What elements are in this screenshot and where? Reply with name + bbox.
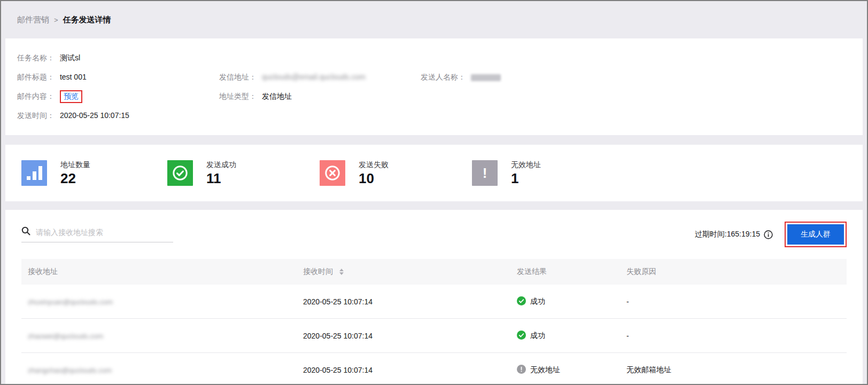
task-name-value: 测试sl xyxy=(60,53,80,62)
receive-time: 2020-05-25 10:07:14 xyxy=(297,353,510,385)
header-recipient-address: 接收地址 xyxy=(21,259,297,285)
success-icon xyxy=(517,331,526,341)
table-header-row: 接收地址 接收时间 发送结果 失败原因 xyxy=(21,259,847,285)
send-time-label: 发送时间： xyxy=(17,111,55,120)
breadcrumb-separator: > xyxy=(54,16,58,24)
recipients-table: 接收地址 接收时间 发送结果 失败原因 zhuxinyuan@quclouds.… xyxy=(21,259,847,385)
sender-name-label: 发送人名称： xyxy=(421,73,466,81)
header-receive-time[interactable]: 接收时间 xyxy=(297,259,510,285)
send-time-value: 2020-05-25 10:07:15 xyxy=(60,111,129,120)
stat-invalid-address: ! 无效地址 1 xyxy=(472,160,624,186)
stat-label: 发送成功 xyxy=(206,160,236,170)
x-circle-icon xyxy=(320,160,345,186)
recipient-address: zhangchao@quclouds.com xyxy=(28,366,112,374)
receive-time: 2020-05-25 10:07:14 xyxy=(297,285,510,319)
header-send-result: 发送结果 xyxy=(510,259,620,285)
bar-chart-icon xyxy=(21,160,47,186)
stat-label: 无效地址 xyxy=(511,160,541,170)
recipients-panel: 过期时间:165:19:15 生成人群 接收地址 接收时间 发送结果 失败原因 xyxy=(5,210,863,385)
table-row: zhuxinyuan@quclouds.com 2020-05-25 10:07… xyxy=(21,285,847,319)
generate-button-highlight: 生成人群 xyxy=(785,222,847,247)
fail-reason: 无效邮箱地址 xyxy=(620,353,847,385)
breadcrumb: 邮件营销 > 任务发送详情 xyxy=(1,1,867,38)
fail-reason: - xyxy=(620,285,847,319)
address-type-value: 发信地址 xyxy=(262,92,292,100)
sender-name-value-redacted xyxy=(471,74,501,81)
stat-value: 1 xyxy=(511,171,541,186)
receive-time: 2020-05-25 10:07:14 xyxy=(297,319,510,353)
stat-address-count: 地址数量 22 xyxy=(21,160,167,186)
search-icon xyxy=(21,226,30,238)
breadcrumb-parent[interactable]: 邮件营销 xyxy=(17,15,49,25)
table-row: zhaowei@quclouds.com 2020-05-25 10:07:14… xyxy=(21,319,847,353)
sort-icon[interactable] xyxy=(339,269,344,275)
exclamation-icon: ! xyxy=(472,160,498,186)
recipient-address: zhuxinyuan@quclouds.com xyxy=(28,298,113,306)
invalid-icon xyxy=(517,365,526,375)
subject-label: 邮件标题： xyxy=(17,73,55,81)
stats-panel: 地址数量 22 发送成功 11 发送失败 10 ! 无效地址 1 xyxy=(5,145,863,201)
info-icon[interactable] xyxy=(764,230,773,239)
from-address-value: quclouds@email.quclouds.com xyxy=(262,73,366,81)
stat-value: 22 xyxy=(60,171,90,186)
table-toolbar: 过期时间:165:19:15 生成人群 xyxy=(21,210,847,259)
address-type-label: 地址类型： xyxy=(219,92,257,100)
generate-audience-button[interactable]: 生成人群 xyxy=(787,224,844,245)
task-name-label: 任务名称： xyxy=(17,53,55,62)
stat-label: 地址数量 xyxy=(60,160,90,170)
search-box[interactable] xyxy=(21,226,173,242)
content-label: 邮件内容： xyxy=(17,92,55,100)
stat-value: 10 xyxy=(359,171,389,186)
header-fail-reason: 失败原因 xyxy=(620,259,847,285)
task-info-panel: 任务名称： 测试sl 邮件标题： test 001 发信地址： quclouds… xyxy=(5,38,863,135)
stat-send-success: 发送成功 11 xyxy=(167,160,320,186)
check-circle-icon xyxy=(167,160,193,186)
breadcrumb-current: 任务发送详情 xyxy=(63,15,111,25)
expiry-time: 过期时间:165:19:15 xyxy=(695,230,760,239)
preview-link-highlight: 预览 xyxy=(60,90,82,103)
fail-reason: - xyxy=(620,319,847,353)
result-text: 成功 xyxy=(530,297,545,307)
result-text: 无效地址 xyxy=(530,365,560,375)
stat-label: 发送失败 xyxy=(359,160,389,170)
subject-value: test 001 xyxy=(60,73,87,81)
recipient-address: zhaowei@quclouds.com xyxy=(28,332,103,340)
table-row: zhangchao@quclouds.com 2020-05-25 10:07:… xyxy=(21,353,847,385)
stat-send-failed: 发送失败 10 xyxy=(320,160,472,186)
stat-value: 11 xyxy=(206,171,236,186)
preview-link[interactable]: 预览 xyxy=(64,92,79,100)
success-icon xyxy=(517,296,526,307)
result-text: 成功 xyxy=(530,331,545,341)
search-input[interactable] xyxy=(36,228,173,237)
from-address-label: 发信地址： xyxy=(219,73,257,81)
